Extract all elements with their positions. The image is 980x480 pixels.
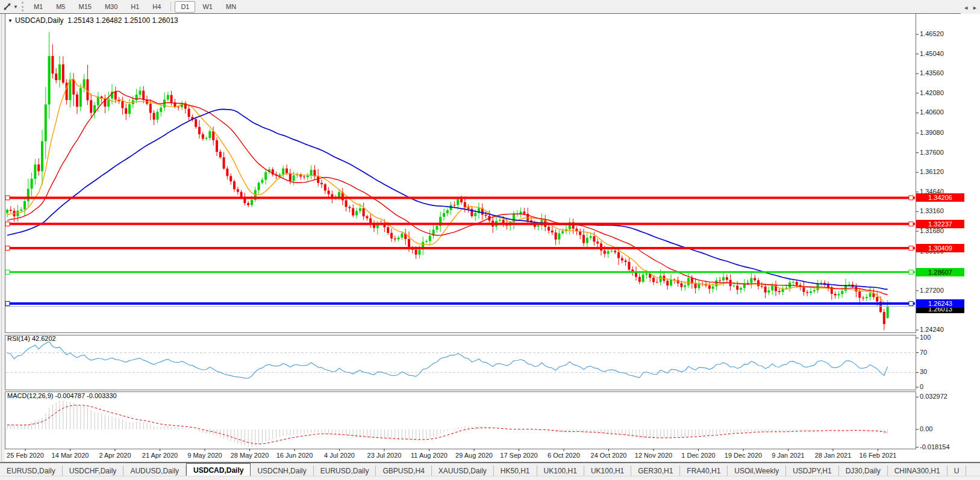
chart-title: ▼USDCAD,Daily 1.25143 1.26482 1.25100 1.…	[8, 16, 178, 25]
chart-area	[5, 14, 980, 461]
price-tick: 1.40600	[920, 108, 944, 116]
timeframe-button-w1[interactable]: W1	[196, 1, 219, 13]
level-price-tag: 1.30409	[916, 244, 964, 252]
level-price-tag: 1.26243	[916, 299, 964, 308]
timeframe-button-mn[interactable]: MN	[220, 1, 242, 13]
price-tick: 1.37600	[920, 149, 944, 156]
level-price-tag: 1.34206	[916, 193, 964, 202]
level-price-tag: 1.32237	[916, 220, 964, 228]
timeframe-button-m5[interactable]: M5	[50, 1, 71, 13]
toolbar-grip	[22, 2, 23, 11]
rsi-label: RSI(14) 42.6202	[7, 335, 56, 342]
price-tick: 1.27200	[920, 287, 944, 294]
tool-dropdown-caret-icon[interactable]: ▼	[13, 4, 18, 10]
timeframe-button-h1[interactable]: H1	[125, 1, 145, 13]
price-tick: 1.43560	[920, 69, 944, 76]
rsi-tick: 70	[920, 349, 927, 356]
chart-symbol-label: USDCAD,Daily	[15, 16, 64, 25]
tab-scroll-right-icon[interactable]: ►	[972, 5, 978, 11]
rsi-tick: 100	[920, 334, 931, 341]
price-tick: 1.31680	[920, 227, 944, 234]
timeframe-button-d1[interactable]: D1	[175, 1, 195, 13]
price-tick: 1.45040	[920, 50, 944, 57]
window-edge	[1, 13, 2, 461]
timeframe-button-h4[interactable]: H4	[146, 1, 167, 13]
macd-tick: -0.018154	[920, 443, 950, 450]
timeframe-button-m1[interactable]: M1	[28, 1, 49, 13]
symbol-dropdown-icon[interactable]: ▼	[8, 18, 13, 23]
date-label: 16 Feb 2021	[851, 452, 905, 459]
rsi-tick: 30	[920, 368, 927, 375]
price-tick: 1.39080	[920, 129, 944, 136]
tab-scroll-left-icon[interactable]: ◄	[963, 5, 969, 11]
price-tick: 1.46520	[920, 30, 944, 37]
macd-label: MACD(12,26,9) -0.004787 -0.003330	[7, 392, 117, 399]
chart-tabbar: EURUSD,DailyUSDCHF,DailyAUDUSD,DailyUSDC…	[0, 462, 980, 477]
rsi-tick: 0	[920, 383, 923, 390]
price-tick: 1.33160	[920, 207, 944, 214]
macd-tick: 0.00	[920, 425, 932, 432]
price-tick: 1.36120	[920, 168, 944, 175]
trend-tool-icon[interactable]	[2, 1, 13, 12]
tab-usdcad-daily[interactable]: USDCAD,Daily	[186, 463, 251, 477]
bottom-strip	[0, 476, 980, 480]
chart-ohlc-values: 1.25143 1.26482 1.25100 1.26013	[67, 16, 178, 25]
tab-scroll-arrows: ◄ ►	[961, 1, 980, 14]
tab-list: EURUSD,DailyUSDCHF,DailyAUDUSD,DailyUSDC…	[0, 463, 966, 477]
price-tick: 1.42080	[920, 89, 944, 96]
toolbar-separator	[170, 2, 171, 11]
timeframe-button-m15[interactable]: M15	[72, 1, 97, 13]
timeframe-buttons: M1M5M15M30H1H4D1W1MN	[27, 1, 243, 13]
trading-app-window: ▼ M1M5M15M30H1H4D1W1MN ▼USDCAD,Daily 1.2…	[0, 0, 980, 480]
timeframe-button-m30[interactable]: M30	[99, 1, 123, 13]
price-tick: 1.24240	[920, 326, 944, 333]
macd-tick: 0.032972	[920, 393, 947, 400]
level-price-tag: 1.28607	[916, 268, 964, 276]
timeframe-toolbar: ▼ M1M5M15M30H1H4D1W1MN	[0, 0, 980, 13]
